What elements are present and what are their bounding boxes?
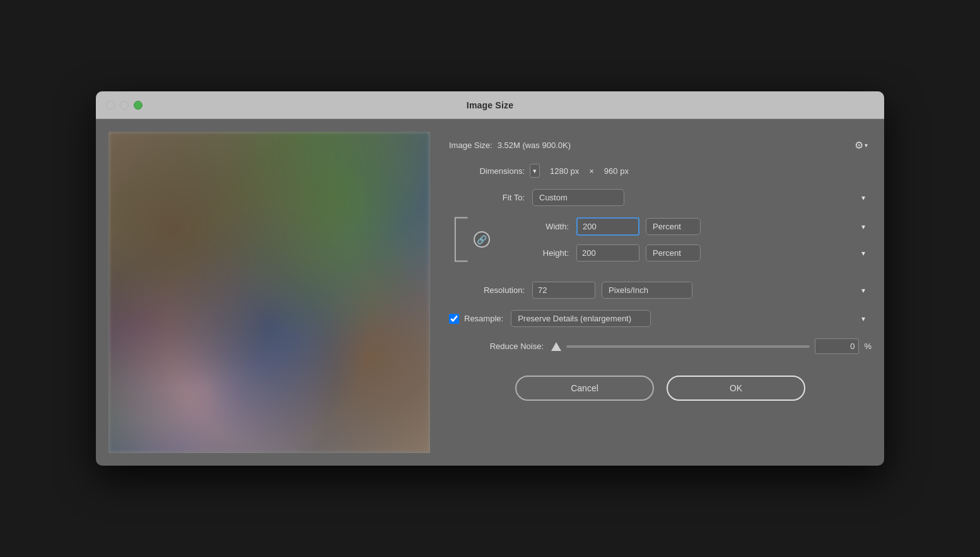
dialog-body: Image Size: 3.52M (was 900.0K) ⚙ ▾ Dimen… [96,119,884,466]
reduce-noise-row: Reduce Noise: % [449,338,872,354]
image-size-label: Image Size: [449,141,493,150]
dimensions-height: 960 px [604,166,629,176]
chain-icon: 🔗 [477,235,487,244]
minimize-button[interactable] [120,101,129,110]
resolution-unit-select[interactable]: Pixels/Inch Pixels/Centimeter [602,282,692,299]
slider-triangle-icon [551,342,561,351]
cancel-button[interactable]: Cancel [515,376,654,401]
window-title: Image Size [467,100,513,110]
resample-checkbox[interactable] [449,314,459,324]
link-bracket-svg [449,214,474,265]
noise-slider-track [566,345,810,348]
width-input[interactable] [576,217,639,236]
dimensions-separator: × [589,166,594,176]
resolution-unit-wrapper: Pixels/Inch Pixels/Centimeter [602,282,872,299]
dimensions-width: 1280 px [550,166,579,176]
width-height-section: 🔗 Width: Percent Pixels Inches [449,217,872,270]
height-unit-wrapper: Percent Pixels Inches [646,244,872,261]
fit-to-label: Fit To: [449,193,525,202]
noise-slider-container: % [551,338,872,354]
resolution-label: Resolution: [449,285,525,295]
resolution-row: Resolution: Pixels/Inch Pixels/Centimete… [449,282,872,299]
width-label: Width: [493,222,569,231]
title-bar: Image Size [96,91,884,119]
reduce-noise-label: Reduce Noise: [449,342,544,351]
height-input[interactable] [576,244,639,261]
noise-percent-label: % [864,342,872,351]
resample-row: Resample: Preserve Details (enlargement)… [449,310,872,327]
window-controls [106,101,143,110]
resolution-input[interactable] [532,282,595,299]
height-unit-select[interactable]: Percent Pixels Inches [646,244,701,261]
link-bracket-container: 🔗 [449,217,490,261]
image-size-left: Image Size: 3.52M (was 900.0K) [449,141,571,150]
fit-to-select[interactable]: Custom Original Size Web (1024 x 768) [532,189,624,206]
height-row: Height: Percent Pixels Inches [493,244,872,261]
gear-chevron: ▾ [865,142,868,149]
image-size-row: Image Size: 3.52M (was 900.0K) ⚙ ▾ [449,138,872,152]
width-unit-wrapper: Percent Pixels Inches [646,218,872,235]
width-row: Width: Percent Pixels Inches [493,217,872,236]
noise-value-input[interactable] [815,338,859,354]
width-unit-select[interactable]: Percent Pixels Inches [646,218,701,235]
resample-method-wrapper: Preserve Details (enlargement) Automatic… [511,310,872,327]
gear-icon: ⚙ [855,139,863,151]
controls-panel: Image Size: 3.52M (was 900.0K) ⚙ ▾ Dimen… [449,132,872,401]
close-button[interactable] [106,101,115,110]
dimensions-label: Dimensions: [449,166,525,176]
noise-slider[interactable] [566,352,810,354]
preview-canvas [108,132,430,453]
fit-to-row: Fit To: Custom Original Size Web (1024 x… [449,189,872,206]
buttons-row: Cancel OK [449,376,872,401]
height-label: Height: [493,248,569,258]
chain-link-button[interactable]: 🔗 [474,231,490,248]
fit-to-wrapper: Custom Original Size Web (1024 x 768) [532,189,872,206]
image-size-value: 3.52M (was 900.0K) [498,141,571,150]
gear-button[interactable]: ⚙ ▾ [851,138,872,152]
image-preview [108,132,430,453]
maximize-button[interactable] [134,101,143,110]
dimensions-row: Dimensions: ▾ 1280 px × 960 px [449,164,872,178]
ok-button[interactable]: OK [667,376,805,401]
dimensions-dropdown-button[interactable]: ▾ [530,164,540,178]
resample-label: Resample: [464,314,503,323]
image-size-dialog: Image Size Image Size: 3.52M (was 900.0K… [96,91,884,466]
resample-method-select[interactable]: Preserve Details (enlargement) Automatic… [511,310,651,327]
